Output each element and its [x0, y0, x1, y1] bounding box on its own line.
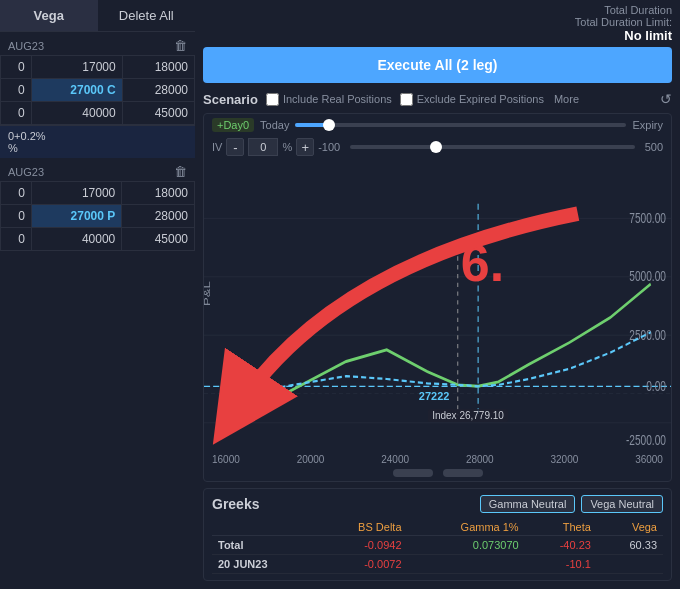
scenario-title: Scenario — [203, 92, 258, 107]
execute-button[interactable]: Execute All (2 leg) — [203, 47, 672, 83]
expiry-label: Expiry — [632, 119, 663, 131]
exclude-expired-checkbox-label[interactable]: Exclude Expired Positions — [400, 93, 544, 106]
right-panel: Total Duration Total Duration Limit: No … — [195, 0, 680, 589]
section1-label: AUG23 🗑 — [0, 32, 195, 55]
iv-value-input[interactable] — [248, 138, 278, 156]
section1-table: 0 17000 18000 0 27000 C 28000 0 40000 45… — [0, 55, 195, 125]
scrollbar-right-handle[interactable] — [443, 469, 483, 477]
greeks-table: BS Delta Gamma 1% Theta Vega Total -0.09… — [212, 519, 663, 574]
day-badge: +Day0 — [212, 118, 254, 132]
more-link[interactable]: More — [554, 93, 579, 105]
section2-table: 0 17000 18000 0 27000 P 28000 0 40000 45… — [0, 181, 195, 251]
chart-area: +Day0 Today Expiry IV - % + -100 500 6. — [203, 113, 672, 482]
table-row: 0 17000 18000 — [1, 182, 195, 205]
table-row: 0 27000 P 28000 — [1, 205, 195, 228]
today-label: Today — [260, 119, 289, 131]
svg-text:P&L: P&L — [204, 281, 212, 306]
x-axis-row: 16000 20000 24000 28000 32000 36000 — [204, 452, 671, 467]
index-label: Index 26,779.10 — [428, 409, 508, 422]
iv-range-thumb[interactable] — [430, 141, 442, 153]
table-row: 0 17000 18000 — [1, 56, 195, 79]
include-real-checkbox-label[interactable]: Include Real Positions — [266, 93, 392, 106]
greeks-title: Greeks — [212, 496, 259, 512]
section1-trash-icon[interactable]: 🗑 — [174, 38, 187, 53]
iv-range-min: -100 — [318, 141, 340, 153]
greeks-total-row: Total -0.0942 0.073070 -40.23 60.33 — [212, 536, 663, 555]
time-slider-track[interactable] — [295, 123, 626, 127]
iv-range-track[interactable] — [350, 145, 634, 149]
duration-sub: Total Duration Limit: — [575, 16, 672, 28]
time-slider-row: +Day0 Today Expiry — [204, 114, 671, 136]
iv-range-max: 500 — [645, 141, 663, 153]
greeks-buttons: Gamma Neutral Vega Neutral — [480, 495, 663, 513]
pnl-badge1: 0+0.2% % — [0, 125, 195, 158]
greeks-header-row: BS Delta Gamma 1% Theta Vega — [212, 519, 663, 536]
duration-value: No limit — [624, 28, 672, 43]
col-bs-delta: BS Delta — [315, 519, 408, 536]
iv-minus-button[interactable]: - — [226, 138, 244, 156]
vega-button[interactable]: Vega — [0, 0, 98, 31]
iv-plus-button[interactable]: + — [296, 138, 314, 156]
left-panel: Vega Delete All AUG23 🗑 0 17000 18000 0 … — [0, 0, 195, 589]
greeks-panel: Greeks Gamma Neutral Vega Neutral BS Del… — [203, 488, 672, 581]
table-row: 0 40000 45000 — [1, 102, 195, 125]
col-gamma: Gamma 1% — [408, 519, 525, 536]
col-vega: Vega — [597, 519, 663, 536]
duration-info: Total Duration Total Duration Limit: No … — [203, 0, 672, 47]
svg-text:0.00: 0.00 — [646, 378, 666, 394]
greeks-header: Greeks Gamma Neutral Vega Neutral — [212, 495, 663, 513]
scrollbar-left-handle[interactable] — [393, 469, 433, 477]
duration-label: Total Duration — [604, 4, 672, 16]
iv-pct-label: % — [282, 141, 292, 153]
vega-neutral-button[interactable]: Vega Neutral — [581, 495, 663, 513]
iv-row: IV - % + -100 500 — [204, 136, 671, 160]
iv-label: IV — [212, 141, 222, 153]
scrollbar-row — [204, 467, 671, 481]
include-real-checkbox[interactable] — [266, 93, 279, 106]
time-slider-thumb[interactable] — [323, 119, 335, 131]
refresh-icon[interactable]: ↺ — [660, 91, 672, 107]
svg-text:-2500.00: -2500.00 — [626, 432, 666, 448]
chart-svg-wrapper: 6. 7500.00 — [204, 160, 671, 452]
table-row: 0 27000 C 28000 — [1, 79, 195, 102]
col-theta: Theta — [525, 519, 597, 536]
gamma-neutral-button[interactable]: Gamma Neutral — [480, 495, 576, 513]
section2-label: AUG23 🗑 — [0, 158, 195, 181]
section2-trash-icon[interactable]: 🗑 — [174, 164, 187, 179]
table-row: 0 40000 45000 — [1, 228, 195, 251]
left-header: Vega Delete All — [0, 0, 195, 32]
scenario-bar: Scenario Include Real Positions Exclude … — [203, 91, 672, 107]
exclude-expired-checkbox[interactable] — [400, 93, 413, 106]
svg-text:7500.00: 7500.00 — [629, 210, 666, 226]
delete-all-button[interactable]: Delete All — [98, 0, 196, 31]
svg-text:5000.00: 5000.00 — [629, 268, 666, 284]
greeks-jun23-row: 20 JUN23 -0.0072 -10.1 — [212, 555, 663, 574]
strike-label: 27222 — [419, 390, 450, 402]
